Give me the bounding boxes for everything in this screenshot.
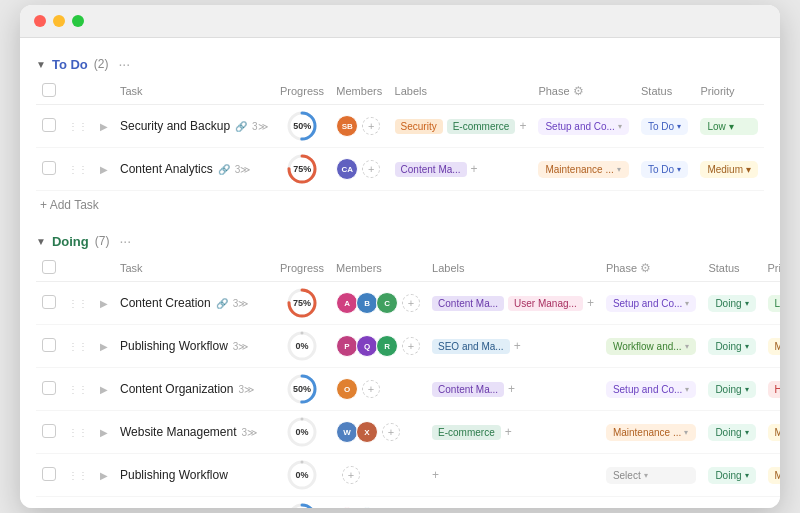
section-todo-more[interactable]: ··· <box>118 56 130 72</box>
status-badge[interactable]: To Do ▾ <box>641 118 688 135</box>
row-checkbox-0[interactable] <box>42 118 56 132</box>
row-checkbox-1[interactable] <box>42 338 56 352</box>
label-tag[interactable]: E-commerce <box>447 119 516 134</box>
close-button[interactable] <box>34 15 46 27</box>
select-all-todo[interactable] <box>42 83 56 97</box>
th-task: Task <box>114 78 274 105</box>
add-member-button[interactable]: + <box>362 380 380 398</box>
section-todo-header[interactable]: ▼ To Do (2) ··· <box>36 50 764 78</box>
priority-badge[interactable]: Medium ▾ <box>700 161 758 178</box>
status-badge[interactable]: Doing ▾ <box>708 338 755 355</box>
status-text: Doing <box>715 298 741 309</box>
status-text: To Do <box>648 164 674 175</box>
add-label-button[interactable]: + <box>519 119 526 133</box>
add-label-button[interactable]: + <box>505 425 512 439</box>
minimize-button[interactable] <box>53 15 65 27</box>
th-priority: Priority <box>694 78 764 105</box>
expand-arrow[interactable]: ▶ <box>100 341 108 352</box>
members-cell: + <box>336 466 420 484</box>
avatar: D <box>336 507 358 508</box>
label-tag[interactable]: SEO and Ma... <box>432 339 510 354</box>
priority-badge[interactable]: Medium ▾ <box>768 338 780 355</box>
phase-badge[interactable]: Setup and Co... ▾ <box>606 295 697 312</box>
avatar: Q <box>356 335 378 357</box>
label-tag[interactable]: Content Ma... <box>432 382 504 397</box>
add-label-button[interactable]: + <box>508 382 515 396</box>
add-label-button[interactable]: + <box>432 468 439 482</box>
drag-handle[interactable]: ⋮⋮ <box>68 298 88 309</box>
drag-handle[interactable]: ⋮⋮ <box>68 427 88 438</box>
expand-arrow[interactable]: ▶ <box>100 427 108 438</box>
add-member-button[interactable]: + <box>362 160 380 178</box>
status-badge[interactable]: Doing ▾ <box>708 295 755 312</box>
add-member-button[interactable]: + <box>342 466 360 484</box>
drag-handle[interactable]: ⋮⋮ <box>68 164 88 175</box>
phase-settings-icon-doing[interactable]: ⚙ <box>640 261 651 275</box>
phase-badge[interactable]: Setup and Co... ▾ <box>606 381 697 398</box>
add-member-button[interactable]: + <box>402 337 420 355</box>
row-checkbox-2[interactable] <box>42 381 56 395</box>
drag-handle[interactable]: ⋮⋮ <box>68 384 88 395</box>
priority-badge[interactable]: Medium ▾ <box>768 467 780 484</box>
expand-arrow[interactable]: ▶ <box>100 164 108 175</box>
avatar: E <box>356 507 378 508</box>
row-checkbox-1[interactable] <box>42 161 56 175</box>
label-tag[interactable]: Content Ma... <box>432 296 504 311</box>
add-member-button[interactable]: + <box>382 423 400 441</box>
status-badge[interactable]: Doing ▾ <box>708 381 755 398</box>
drag-handle[interactable]: ⋮⋮ <box>68 121 88 132</box>
add-member-button[interactable]: + <box>402 294 420 312</box>
row-checkbox-4[interactable] <box>42 467 56 481</box>
row-checkbox-3[interactable] <box>42 424 56 438</box>
avatar: C <box>376 292 398 314</box>
task-name-text: Publishing Workflow <box>120 468 228 482</box>
progress-cell: 75% <box>280 287 324 319</box>
expand-arrow[interactable]: ▶ <box>100 298 108 309</box>
link-icon: 🔗 <box>218 164 230 175</box>
phase-badge[interactable]: Setup and Co... ▾ <box>538 118 629 135</box>
drag-handle[interactable]: ⋮⋮ <box>68 341 88 352</box>
row-checkbox-0[interactable] <box>42 295 56 309</box>
add-member-button[interactable]: + <box>362 117 380 135</box>
section-doing-header[interactable]: ▼ Doing (7) ··· <box>36 227 764 255</box>
avatar: R <box>376 335 398 357</box>
status-text: To Do <box>648 121 674 132</box>
phase-badge[interactable]: Workflow and... ▾ <box>606 338 697 355</box>
th-task-doing: Task <box>114 255 274 282</box>
add-task-todo[interactable]: + Add Task <box>36 191 764 219</box>
label-tag[interactable]: Content Ma... <box>395 162 467 177</box>
add-label-button[interactable]: + <box>514 339 521 353</box>
phase-text: Maintenance ... <box>545 164 613 175</box>
status-badge[interactable]: Doing ▾ <box>708 424 755 441</box>
status-badge[interactable]: Doing ▾ <box>708 467 755 484</box>
section-doing-more[interactable]: ··· <box>119 233 131 249</box>
phase-badge[interactable]: Select ▾ <box>606 467 697 484</box>
add-label-button[interactable]: + <box>471 162 478 176</box>
label-tag[interactable]: Security <box>395 119 443 134</box>
expand-arrow[interactable]: ▶ <box>100 121 108 132</box>
phase-badge[interactable]: Maintenance ... ▾ <box>606 424 697 441</box>
expand-arrow[interactable]: ▶ <box>100 470 108 481</box>
expand-arrow[interactable]: ▶ <box>100 384 108 395</box>
priority-badge[interactable]: High ▾ <box>768 381 780 398</box>
drag-handle[interactable]: ⋮⋮ <box>68 470 88 481</box>
section-todo-toggle[interactable]: ▼ <box>36 59 46 70</box>
phase-badge[interactable]: Maintenance ... ▾ <box>538 161 629 178</box>
label-tag[interactable]: E-commerce <box>432 425 501 440</box>
status-badge[interactable]: To Do ▾ <box>641 161 688 178</box>
priority-badge[interactable]: Low ▾ <box>768 295 780 312</box>
priority-badge[interactable]: Medium ▾ <box>768 424 780 441</box>
label-tag[interactable]: User Manag... <box>508 296 583 311</box>
add-label-button[interactable]: + <box>587 296 594 310</box>
th-priority-doing: Priority <box>762 255 780 282</box>
maximize-button[interactable] <box>72 15 84 27</box>
members-cell: ABC+ <box>336 292 420 314</box>
phase-chevron: ▾ <box>618 122 622 131</box>
priority-badge[interactable]: Low ▾ <box>700 118 758 135</box>
section-doing-toggle[interactable]: ▼ <box>36 236 46 247</box>
status-text: Doing <box>715 384 741 395</box>
table-row: ⋮⋮ ▶ Content Distribution 3≫ 50% DE+ SEO <box>36 497 780 509</box>
select-all-doing[interactable] <box>42 260 56 274</box>
phase-settings-icon[interactable]: ⚙ <box>573 84 584 98</box>
table-row: ⋮⋮ ▶ Content Organization 3≫ 50% O+ Cont <box>36 368 780 411</box>
